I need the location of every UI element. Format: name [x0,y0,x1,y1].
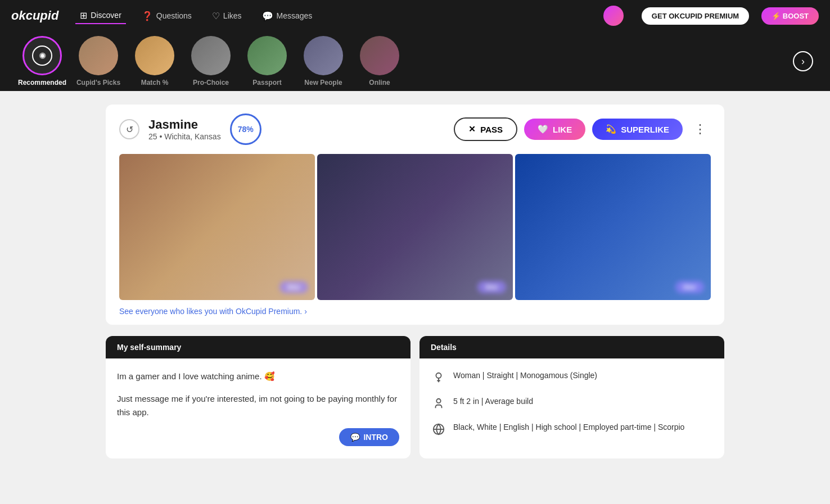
messages-icon: 💬 [262,11,273,21]
profile-card: ↺ Jasmine 25 • Wichita, Kansas 78% ✕ PAS… [106,105,724,325]
cat-recommended-label: Recommended [18,79,66,87]
pass-button[interactable]: ✕ PASS [454,117,517,141]
nav-messages[interactable]: 💬 Messages [258,8,317,24]
cat-recommended[interactable]: ✺ Recommended [17,36,67,87]
see-likes-banner[interactable]: See everyone who likes you with OkCupid … [106,300,724,325]
cat-new-people[interactable]: New People [298,36,349,87]
summary-paragraph-1: Im a gamer and I love watching anime. 🥰 [117,370,399,383]
nav-discover[interactable]: ⊞ Discover [75,8,125,24]
cat-cupids-picks[interactable]: Cupid's Picks [73,36,124,87]
photo-3-badge: blur [675,281,704,293]
cat-recommended-avatar: ✺ [22,36,62,75]
questions-icon: ❓ [142,11,153,21]
svg-point-1 [436,399,440,403]
cat-passport-label: Passport [252,79,281,87]
like-button[interactable]: 🤍 LIKE [524,119,585,140]
discover-icon: ⊞ [80,10,87,21]
cat-pro-choice-label: Pro-Choice [193,79,229,87]
detail-row-height: 5 ft 2 in | Average build [431,396,713,411]
profile-age-location: 25 • Wichita, Kansas [148,132,221,141]
cat-passport-avatar [247,36,287,75]
photo-1-badge: blur [279,281,308,293]
summary-paragraph-2: Just message me if you're interested, im… [117,392,399,419]
action-buttons: ✕ PASS 🤍 LIKE 💫 SUPERLIKE ⋮ [454,117,711,141]
app-logo: okcupid [11,8,58,23]
cat-online-label: Online [369,79,390,87]
like-heart-icon: 🤍 [538,124,548,134]
intro-message-icon: 💬 [350,433,360,442]
boost-button[interactable]: ⚡ BOOST [761,7,819,25]
profile-header: ↺ Jasmine 25 • Wichita, Kansas 78% ✕ PAS… [106,105,724,154]
cat-pro-choice-avatar [191,36,231,75]
superlike-button[interactable]: 💫 SUPERLIKE [592,119,683,140]
category-next-button[interactable]: › [793,51,813,71]
profile-name: Jasmine [148,117,221,132]
premium-button[interactable]: GET OKCUPID PREMIUM [640,6,750,26]
photo-3[interactable]: blur [515,154,711,300]
self-summary-body: Im a gamer and I love watching anime. 🥰 … [106,358,411,439]
cat-match[interactable]: Match % [129,36,180,87]
likes-icon: ♡ [212,11,220,21]
nav-likes[interactable]: ♡ Likes [208,8,246,24]
cat-passport[interactable]: Passport [242,36,292,87]
cat-new-people-avatar [304,36,343,75]
globe-icon [431,421,446,437]
undo-button[interactable]: ↺ [119,119,139,139]
photo-2[interactable]: blur [317,154,513,300]
photo-1[interactable]: blur [119,154,315,300]
more-options-button[interactable]: ⋮ [689,120,711,139]
detail-height-text: 5 ft 2 in | Average build [453,396,533,407]
detail-row-gender: Woman | Straight | Monogamous (Single) [431,370,713,385]
details-body: Woman | Straight | Monogamous (Single) 5… [419,358,724,458]
cat-match-avatar [135,36,174,75]
detail-background-text: Black, White | English | High school | E… [453,421,684,433]
pass-x-icon: ✕ [468,124,476,134]
superlike-icon: 💫 [606,124,616,134]
cat-online-avatar [360,36,399,75]
cat-new-people-label: New People [304,79,342,87]
main-content: ↺ Jasmine 25 • Wichita, Kansas 78% ✕ PAS… [94,105,736,458]
cat-cupids-avatar [79,36,118,75]
profile-details: My self-summary Im a gamer and I love wa… [106,336,724,458]
intro-button[interactable]: 💬 INTRO [339,428,399,446]
self-summary-card: My self-summary Im a gamer and I love wa… [106,336,411,458]
cat-cupids-label: Cupid's Picks [76,79,120,87]
detail-gender-text: Woman | Straight | Monogamous (Single) [453,370,597,382]
see-likes-link[interactable]: See everyone who likes you with OkCupid … [119,307,307,316]
match-percentage: 78% [230,113,261,145]
details-card: Details Woman | Straight | Monogamous (S… [419,336,724,458]
profile-info: Jasmine 25 • Wichita, Kansas [148,117,221,141]
top-navigation: okcupid ⊞ Discover ❓ Questions ♡ Likes 💬… [0,0,830,31]
detail-row-background: Black, White | English | High school | E… [431,421,713,437]
gender-icon [431,370,446,385]
cat-match-label: Match % [141,79,169,87]
height-icon [431,396,446,411]
user-avatar[interactable] [603,6,624,26]
photos-grid: blur blur blur [106,154,724,300]
details-header: Details [419,336,724,358]
cat-pro-choice[interactable]: Pro-Choice [186,36,236,87]
svg-point-0 [436,373,441,378]
self-summary-header: My self-summary [106,336,411,358]
recommended-icon: ✺ [32,46,52,66]
category-bar: ✺ Recommended Cupid's Picks Match % Pro-… [0,31,830,91]
nav-questions[interactable]: ❓ Questions [137,8,196,24]
photo-2-badge: blur [477,281,506,293]
cat-online[interactable]: Online [354,36,405,87]
self-summary-text: Im a gamer and I love watching anime. 🥰 … [117,370,399,419]
